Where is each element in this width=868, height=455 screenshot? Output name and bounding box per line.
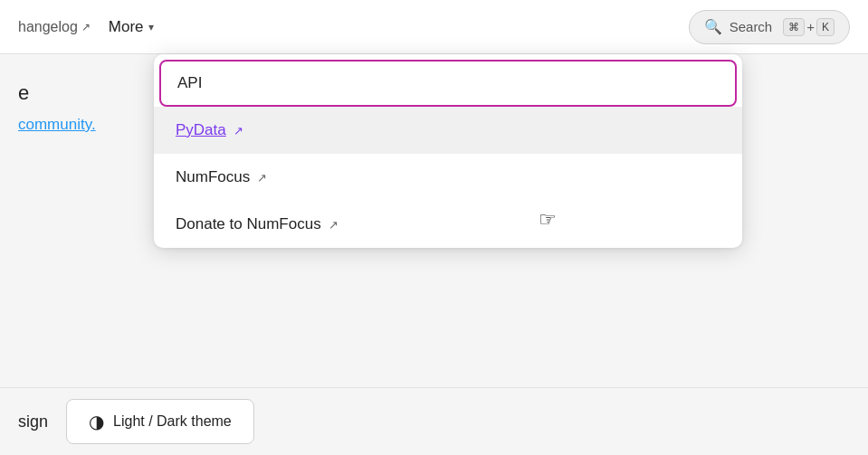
more-button[interactable]: More ▾: [98, 13, 165, 42]
kbd-plus: +: [806, 19, 815, 34]
changelog-external-icon: ↗: [81, 21, 91, 33]
chevron-down-icon: ▾: [148, 21, 154, 33]
kbd-cmd: ⌘: [783, 18, 805, 36]
theme-label: Light / Dark theme: [113, 413, 232, 430]
pydata-external-icon: ↗: [234, 124, 243, 137]
navbar: hangelog ↗ More ▾ 🔍 Search ⌘ + K: [0, 0, 868, 54]
search-button[interactable]: 🔍 Search ⌘ + K: [689, 10, 850, 44]
pydata-label: PyData: [176, 121, 226, 139]
sign-label: sign: [18, 412, 48, 431]
search-icon: 🔍: [704, 18, 722, 35]
theme-icon: ◑: [89, 411, 104, 432]
dropdown-item-donate[interactable]: Donate to NumFocus ↗: [154, 201, 742, 248]
changelog-link[interactable]: hangelog ↗: [18, 19, 91, 35]
donate-external-icon: ↗: [329, 218, 339, 232]
community-link[interactable]: community.: [18, 116, 96, 133]
body-char: e: [18, 81, 29, 104]
more-label: More: [109, 18, 144, 36]
donate-label: Donate to NumFocus: [176, 215, 321, 233]
kbd-k: K: [816, 18, 835, 36]
keyboard-shortcut: ⌘ + K: [783, 18, 835, 36]
dropdown-menu: API PyData ↗ NumFocus ↗ Donate to NumFoc…: [154, 54, 742, 248]
search-label: Search: [730, 19, 773, 34]
navbar-right: 🔍 Search ⌘ + K: [689, 10, 850, 44]
dropdown-item-pydata[interactable]: PyData ↗: [154, 107, 742, 154]
bottom-bar: sign ◑ Light / Dark theme: [0, 387, 868, 455]
api-label: API: [177, 74, 202, 92]
navbar-left: hangelog ↗ More ▾: [18, 13, 165, 42]
dropdown-overlay: API PyData ↗ NumFocus ↗ Donate to NumFoc…: [154, 54, 742, 248]
theme-button[interactable]: ◑ Light / Dark theme: [66, 399, 254, 444]
changelog-label: hangelog: [18, 19, 78, 35]
dropdown-item-numfocus[interactable]: NumFocus ↗: [154, 154, 742, 201]
dropdown-item-api[interactable]: API: [159, 60, 737, 107]
numfocus-label: NumFocus: [176, 168, 250, 186]
numfocus-external-icon: ↗: [257, 171, 267, 185]
